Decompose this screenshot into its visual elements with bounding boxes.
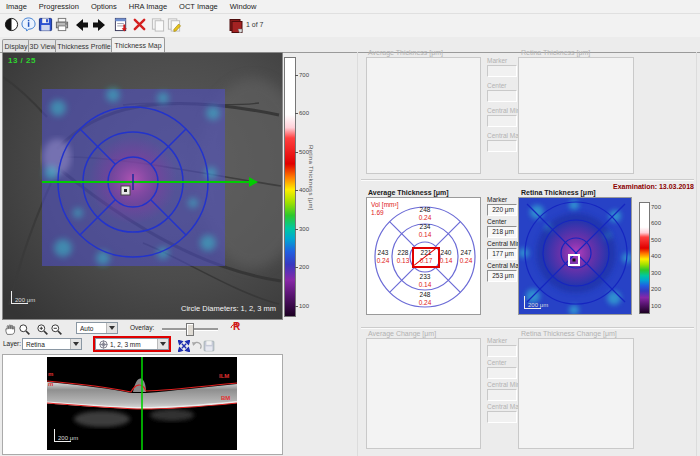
ilm-label: ILM	[219, 373, 229, 379]
tickmark	[295, 229, 298, 230]
change-central-max-label: Central Max	[487, 403, 522, 410]
volume-value: 1.69	[371, 209, 384, 216]
layer-controls-row: Layer: Retina 1, 2, 3 mm	[0, 336, 350, 352]
copy-edit-icon[interactable]	[166, 16, 182, 33]
menu-hra-image[interactable]: HRA Image	[123, 2, 173, 11]
thickness-colorbar	[284, 57, 296, 317]
heatmap-tick-300: 300	[651, 270, 661, 276]
avg-thickness-title: Average Thickness [μm]	[368, 189, 449, 196]
overlay-slider-thumb[interactable]	[186, 323, 194, 336]
top-marker-field	[487, 65, 517, 77]
etdrs-average-thickness-chart: Vol [mm³] 1.69 2480.24 2340.14 2430.24 2…	[366, 197, 481, 315]
copy-icon[interactable]	[150, 16, 166, 33]
exam-stack-icon[interactable]	[228, 16, 244, 33]
section-divider	[361, 327, 694, 329]
view-controls-row: Auto Overlay: R	[0, 321, 350, 336]
save-icon[interactable]	[37, 16, 53, 33]
central-max-value-field: 253 μm	[487, 270, 517, 282]
zoom-preset-combobox[interactable]: Auto	[76, 322, 118, 334]
central-max-label: Central Max	[487, 262, 522, 269]
layer-value: Retina	[26, 341, 45, 348]
heatmap-colorbar	[639, 202, 650, 314]
colorbar-tick-300: 300	[299, 226, 309, 232]
heatmap-tick-400: 400	[651, 253, 661, 259]
menu-oct-image[interactable]: OCT Image	[173, 2, 224, 11]
volume-label: Vol [mm³]	[371, 201, 398, 208]
avg-change-title: Average Change [μm]	[368, 330, 436, 337]
info-icon[interactable]	[20, 16, 36, 33]
bscan-panel[interactable]: m m ILM BM 200 μm	[2, 354, 283, 455]
retina-change-box	[518, 338, 634, 449]
contrast-icon[interactable]	[3, 16, 19, 33]
menu-progression[interactable]: Progression	[33, 2, 85, 11]
ilm-left-partial-label: m	[48, 371, 53, 377]
toolbar: 1 of 7	[0, 14, 700, 37]
reset-arrow-icon	[230, 322, 238, 330]
layer-label: Layer:	[3, 340, 21, 347]
exam-page-indicator: 1 of 7	[246, 21, 264, 28]
grid-value: 1, 2, 3 mm	[110, 341, 141, 348]
grid-combobox[interactable]: 1, 2, 3 mm	[95, 338, 169, 350]
colorbar-tick-700: 700	[299, 72, 309, 78]
top-central-min-field	[487, 115, 517, 127]
menu-window[interactable]: Window	[224, 2, 263, 11]
central-min-value-field: 177 μm	[487, 248, 517, 260]
report-icon[interactable]	[113, 16, 129, 33]
etdrs-inner-right-cell: 2400.14	[435, 249, 457, 264]
bscan-image[interactable]: m m ILM BM 200 μm	[47, 357, 237, 450]
bscan-scalebar-label: 200 μm	[58, 435, 78, 441]
fundus-scalebar-label: 200 μm	[15, 297, 35, 303]
dropdown-arrow-icon[interactable]	[70, 339, 81, 349]
tickmark	[295, 113, 298, 114]
menu-image[interactable]: Image	[0, 2, 33, 11]
change-central-max-field	[487, 411, 517, 423]
dropdown-arrow-icon[interactable]	[106, 323, 117, 333]
etdrs-outer-bottom-cell: 2480.24	[414, 291, 436, 306]
top-central-max-label: Central Max	[487, 132, 522, 139]
heatmap-tick-100: 100	[651, 303, 661, 309]
colorbar-axis-label: Retina Thickness [μm]	[308, 145, 314, 211]
frame-counter: 13 / 25	[8, 56, 36, 65]
marker-value-field: 220 μm	[487, 204, 517, 216]
top-avg-thickness-title: Average Thickness [μm]	[368, 49, 443, 56]
next-arrow-icon[interactable]	[91, 16, 107, 33]
fundus-viewport[interactable]: 13 / 25 Circle Diameters: 1, 2, 3 mm 200…	[2, 52, 283, 320]
tab-3d-view[interactable]: 3D View	[28, 39, 57, 52]
heatmap-tick-500: 500	[651, 237, 661, 243]
central-min-label: Central Min	[487, 240, 520, 247]
bm-left-partial-label: m	[48, 381, 53, 387]
center-label: Center	[487, 218, 507, 225]
layer-combobox[interactable]: Retina	[22, 338, 82, 350]
center-value-field: 218 μm	[487, 226, 517, 238]
right-edge-divider	[696, 52, 697, 456]
print-icon[interactable]	[54, 16, 70, 33]
tab-thickness-map[interactable]: Thickness Map	[111, 37, 165, 52]
section-divider	[361, 179, 694, 181]
top-center-label: Center	[487, 82, 507, 89]
bm-label: BM	[221, 395, 230, 401]
menu-bar: Image Progression Options HRA Image OCT …	[0, 0, 700, 14]
etdrs-inner-bottom-cell: 2330.14	[414, 273, 436, 288]
menu-options[interactable]: Options	[85, 2, 123, 11]
previous-arrow-icon[interactable]	[74, 16, 90, 33]
heatmap-tick-200: 200	[651, 286, 661, 292]
dropdown-arrow-icon[interactable]	[157, 339, 168, 349]
delete-icon[interactable]	[131, 16, 147, 33]
fundus-image	[3, 53, 282, 319]
etdrs-inner-top-cell: 2340.14	[414, 223, 436, 238]
change-central-min-field	[487, 389, 517, 401]
top-central-max-field	[487, 140, 517, 152]
save-layer-icon[interactable]	[201, 337, 217, 354]
heatmap-tick-600: 600	[651, 220, 661, 226]
examination-date-label: Examination: 13.03.2018	[613, 183, 694, 190]
top-center-field	[487, 90, 517, 102]
change-central-min-label: Central Min	[487, 381, 520, 388]
tab-thickness-profile[interactable]: Thickness Profile	[55, 39, 113, 52]
retina-thickness-heatmap: 200 μm	[518, 197, 632, 315]
change-center-field	[487, 367, 517, 379]
retina-thickness-map-title: Retina Thickness [μm]	[521, 189, 596, 196]
tab-display[interactable]: Display	[2, 39, 30, 52]
column-divider	[357, 52, 358, 456]
circle-diameters-label: Circle Diameters: 1, 2, 3 mm	[181, 304, 276, 313]
etdrs-inner-left-cell: 2280.13	[392, 249, 414, 264]
